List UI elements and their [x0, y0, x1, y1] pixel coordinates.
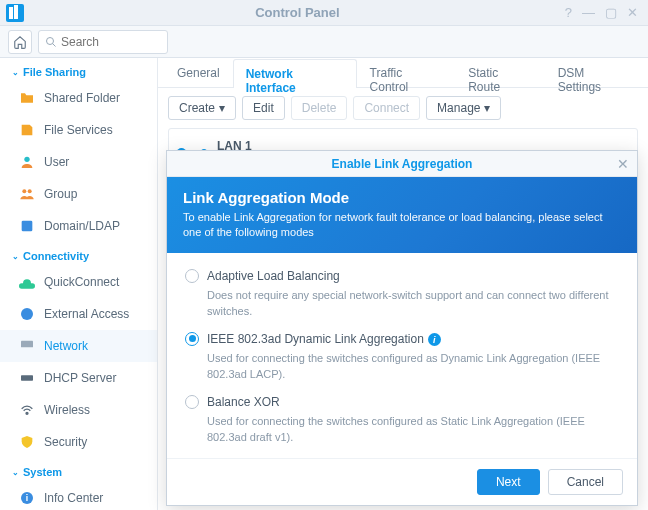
- sidebar-item-quickconnect[interactable]: QuickConnect: [0, 266, 157, 298]
- svg-rect-6: [21, 341, 33, 348]
- radio-icon: [185, 332, 199, 346]
- chevron-down-icon: ⌄: [12, 252, 19, 261]
- domain-icon: [18, 217, 36, 235]
- modal-hero: Link Aggregation Mode To enable Link Agg…: [167, 177, 637, 253]
- info-icon: i: [18, 489, 36, 507]
- window-titlebar: Control Panel ? — ▢ ✕: [0, 0, 648, 26]
- folder-icon: [18, 89, 36, 107]
- globe-icon: [18, 305, 36, 323]
- tab-network-interface[interactable]: Network Interface: [233, 59, 357, 88]
- tab-static-route[interactable]: Static Route: [455, 58, 545, 87]
- svg-rect-7: [21, 375, 33, 380]
- search-icon: [45, 36, 57, 48]
- sidebar-item-domain-ldap[interactable]: Domain/LDAP: [0, 210, 157, 242]
- manage-button[interactable]: Manage▾: [426, 96, 501, 120]
- info-icon[interactable]: i: [428, 333, 441, 346]
- tab-bar: General Network Interface Traffic Contro…: [158, 58, 648, 88]
- toolbar: [0, 26, 648, 58]
- svg-text:i: i: [26, 493, 28, 503]
- group-icon: [18, 185, 36, 203]
- sidebar: ⌄File Sharing Shared Folder File Service…: [0, 58, 158, 510]
- home-button[interactable]: [8, 30, 32, 54]
- sidebar-item-file-services[interactable]: File Services: [0, 114, 157, 146]
- radio-adaptive-load-balancing[interactable]: Adaptive Load Balancing: [185, 269, 619, 283]
- modal-titlebar: Enable Link Aggregation ✕: [167, 151, 637, 177]
- sidebar-item-info-center[interactable]: iInfo Center: [0, 482, 157, 510]
- modal-footer: Next Cancel: [167, 458, 637, 505]
- radio-desc: Does not require any special network-swi…: [207, 288, 619, 320]
- search-box[interactable]: [38, 30, 168, 54]
- modal-close-icon[interactable]: ✕: [617, 156, 629, 172]
- radio-icon: [185, 395, 199, 409]
- minimize-icon[interactable]: —: [582, 5, 595, 20]
- radio-ieee-8023ad[interactable]: IEEE 802.3ad Dynamic Link Aggregationi: [185, 332, 619, 347]
- radio-icon: [185, 269, 199, 283]
- svg-rect-4: [22, 221, 33, 232]
- tab-general[interactable]: General: [164, 58, 233, 87]
- chevron-down-icon: ⌄: [12, 68, 19, 77]
- modal-hero-title: Link Aggregation Mode: [183, 189, 621, 206]
- svg-point-5: [21, 308, 33, 320]
- app-icon: [6, 4, 24, 22]
- tab-traffic-control[interactable]: Traffic Control: [357, 58, 456, 87]
- next-button[interactable]: Next: [477, 469, 540, 495]
- sidebar-cat-connectivity[interactable]: ⌄Connectivity: [0, 242, 157, 266]
- control-panel-window: Control Panel ? — ▢ ✕ ⌄File Sharing Shar…: [0, 0, 648, 510]
- sidebar-cat-system[interactable]: ⌄System: [0, 458, 157, 482]
- window-title: Control Panel: [30, 5, 565, 20]
- sidebar-item-network[interactable]: Network: [0, 330, 157, 362]
- radio-desc: Used for connecting the switches configu…: [207, 414, 619, 446]
- tab-dsm-settings[interactable]: DSM Settings: [545, 58, 642, 87]
- edit-button[interactable]: Edit: [242, 96, 285, 120]
- dhcp-icon: [18, 369, 36, 387]
- create-button[interactable]: Create▾: [168, 96, 236, 120]
- file-services-icon: [18, 121, 36, 139]
- action-bar: Create▾ Edit Delete Connect Manage▾: [158, 88, 648, 128]
- sidebar-item-user[interactable]: User: [0, 146, 157, 178]
- radio-desc: Used for connecting the switches configu…: [207, 351, 619, 383]
- modal-hero-subtitle: To enable Link Aggregation for network f…: [183, 210, 621, 241]
- svg-point-1: [24, 157, 29, 162]
- caret-down-icon: ▾: [219, 101, 225, 115]
- chevron-down-icon: ⌄: [12, 468, 19, 477]
- sidebar-item-wireless[interactable]: Wireless: [0, 394, 157, 426]
- svg-point-2: [22, 189, 26, 193]
- quickconnect-icon: [18, 273, 36, 291]
- delete-button: Delete: [291, 96, 348, 120]
- cancel-button[interactable]: Cancel: [548, 469, 623, 495]
- radio-balance-xor[interactable]: Balance XOR: [185, 395, 619, 409]
- shield-icon: [18, 433, 36, 451]
- sidebar-item-dhcp[interactable]: DHCP Server: [0, 362, 157, 394]
- sidebar-item-security[interactable]: Security: [0, 426, 157, 458]
- sidebar-item-shared-folder[interactable]: Shared Folder: [0, 82, 157, 114]
- sidebar-item-external-access[interactable]: External Access: [0, 298, 157, 330]
- sidebar-cat-file-sharing[interactable]: ⌄File Sharing: [0, 58, 157, 82]
- user-icon: [18, 153, 36, 171]
- help-icon[interactable]: ?: [565, 5, 572, 20]
- connect-button: Connect: [353, 96, 420, 120]
- svg-point-3: [28, 189, 32, 193]
- maximize-icon[interactable]: ▢: [605, 5, 617, 20]
- wifi-icon: [18, 401, 36, 419]
- close-icon[interactable]: ✕: [627, 5, 638, 20]
- caret-down-icon: ▾: [484, 101, 490, 115]
- modal-title: Enable Link Aggregation: [332, 157, 473, 171]
- link-aggregation-modal: Enable Link Aggregation ✕ Link Aggregati…: [166, 150, 638, 506]
- sidebar-item-group[interactable]: Group: [0, 178, 157, 210]
- network-icon: [18, 337, 36, 355]
- svg-point-0: [47, 37, 54, 44]
- search-input[interactable]: [61, 35, 161, 49]
- svg-point-8: [26, 412, 28, 414]
- modal-body: Adaptive Load Balancing Does not require…: [167, 253, 637, 458]
- home-icon: [13, 35, 27, 49]
